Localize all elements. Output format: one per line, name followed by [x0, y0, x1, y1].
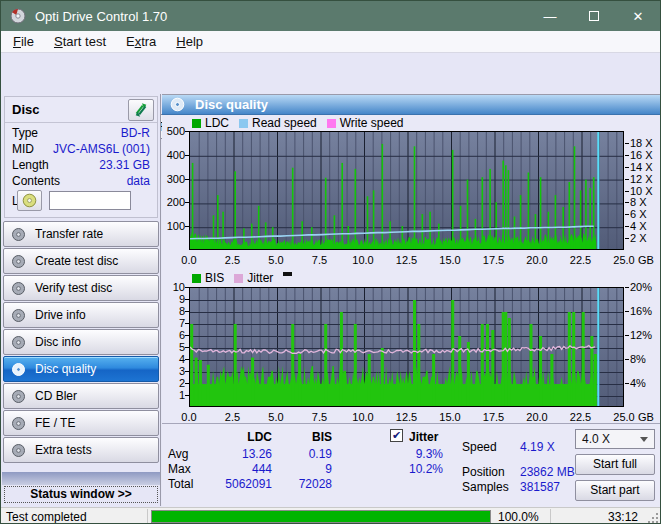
axis-tick: [625, 179, 629, 180]
write-label-button[interactable]: [17, 190, 42, 211]
x-axis-label: 25.0: [606, 254, 642, 266]
axis-tick: [185, 131, 189, 132]
rescan-icon: [133, 102, 149, 118]
status-window-button[interactable]: Status window >>: [4, 486, 158, 503]
stats-info-label-position: Position: [462, 465, 505, 479]
stats-info-value-samples: 381587: [520, 480, 560, 494]
sidebar-item-label: Extra tests: [35, 443, 92, 457]
info-label: MID: [12, 142, 34, 156]
legend-swatch-write-speed: [327, 119, 336, 128]
stat-row-label: Max: [168, 462, 191, 476]
axis-tick: [185, 299, 189, 300]
maximize-button[interactable]: [572, 1, 616, 31]
disc-icon: [11, 335, 26, 350]
cd-icon: [22, 193, 37, 208]
stat-ldc-value: 444: [192, 462, 272, 476]
axis-tick: [185, 371, 189, 372]
y-left-label: 200: [157, 196, 185, 208]
legend-swatch-read-speed: [239, 119, 248, 128]
y-right-label: 12%: [630, 329, 652, 341]
title-bar: Opti Drive Control 1.70 — ✕: [1, 1, 660, 31]
sidebar-item-transfer-rate[interactable]: Transfer rate: [3, 221, 159, 247]
axis-tick: [625, 191, 629, 192]
menu-item-start-test[interactable]: Start test: [44, 32, 116, 51]
panel-title: Disc quality: [195, 97, 268, 112]
disc-info-row-type: TypeBD-R: [5, 125, 157, 141]
y-right-label: 2 X: [630, 232, 647, 244]
start-part-button[interactable]: Start part: [575, 480, 655, 501]
x-axis-label: 12.5: [389, 254, 425, 266]
sidebar-item-label: CD Bler: [35, 389, 77, 403]
stats-info-label-samples: Samples: [462, 480, 509, 494]
legend-label: Write speed: [340, 116, 404, 130]
y-left-label: 9: [157, 293, 185, 305]
sidebar-item-drive-info[interactable]: Drive info: [3, 302, 159, 328]
disc-panel: Disc TypeBD-RMIDJVC-AMS6L (001)Length23.…: [4, 96, 158, 218]
disc-icon: [11, 416, 26, 431]
x-axis-label: 17.5: [476, 411, 512, 423]
x-axis-label: 22.5: [563, 254, 599, 266]
sidebar-item-verify-test-disc[interactable]: Verify test disc: [3, 275, 159, 301]
progress-fill: [152, 511, 490, 522]
start-full-button[interactable]: Start full: [575, 454, 655, 475]
sidebar-item-disc-quality[interactable]: Disc quality: [3, 356, 159, 382]
sidebar-item-create-test-disc[interactable]: Create test disc: [3, 248, 159, 274]
axis-tick: [185, 287, 189, 288]
x-axis-label: 7.5: [302, 254, 338, 266]
app-disc-icon: [10, 8, 26, 24]
jitter-checkbox[interactable]: ✔: [390, 429, 403, 442]
x-axis-label: 2.5: [215, 254, 251, 266]
stat-bis-value: 9: [272, 462, 332, 476]
axis-tick: [185, 359, 189, 360]
ldc-read-speed-legend: LDCRead speedWrite speed: [192, 116, 414, 130]
disc-refresh-button[interactable]: [128, 99, 154, 121]
window-title: Opti Drive Control 1.70: [35, 9, 167, 24]
y-left-label: 500: [157, 125, 185, 137]
y-left-label: 4: [157, 353, 185, 365]
axis-tick: [185, 347, 189, 348]
axis-tick: [625, 202, 629, 203]
disc-quality-icon: [170, 97, 185, 112]
axis-tick: [625, 167, 629, 168]
disc-icon: [11, 281, 26, 296]
sidebar-item-disc-info[interactable]: Disc info: [3, 329, 159, 355]
sidebar-item-extra-tests[interactable]: Extra tests: [3, 437, 159, 463]
menu-item-extra[interactable]: Extra: [116, 32, 166, 51]
axis-tick: [185, 226, 189, 227]
sidebar-item-label: Disc quality: [35, 362, 96, 376]
y-left-label: 10: [157, 281, 185, 293]
axis-tick: [625, 383, 629, 384]
y-right-label: 10 X: [630, 185, 653, 197]
sidebar: Disc TypeBD-RMIDJVC-AMS6L (001)Length23.…: [1, 94, 161, 506]
info-label: Contents: [12, 174, 60, 188]
legend-marker: [283, 272, 292, 276]
disc-panel-header: Disc: [5, 97, 157, 123]
stats-speed-select[interactable]: 4.0 X: [575, 429, 655, 449]
menu-item-help[interactable]: Help: [166, 32, 213, 51]
maximize-icon: [589, 11, 599, 21]
axis-tick: [185, 335, 189, 336]
menu-item-file[interactable]: File: [3, 32, 44, 51]
y-right-label: 8 X: [630, 196, 647, 208]
resize-grip[interactable]: [648, 513, 658, 523]
axis-tick: [625, 155, 629, 156]
sidebar-item-fe-te[interactable]: FE / TE: [3, 410, 159, 436]
sidebar-item-cd-bler[interactable]: CD Bler: [3, 383, 159, 409]
axis-tick: [625, 143, 629, 144]
axis-tick: [185, 323, 189, 324]
y-right-label: 8%: [630, 353, 646, 365]
axis-tick: [625, 214, 629, 215]
x-axis-label: 2.5: [215, 411, 251, 423]
disc-info-row-mid: MIDJVC-AMS6L (001): [5, 141, 157, 157]
y-left-label: 2: [157, 377, 185, 389]
y-left-label: 300: [157, 173, 185, 185]
info-value: 23.31 GB: [99, 158, 150, 172]
disc-icon: [11, 308, 26, 323]
label-input[interactable]: [49, 191, 131, 210]
minimize-button[interactable]: —: [528, 1, 572, 31]
panel-header: Disc quality: [162, 95, 660, 115]
stat-jitter-value: 9.3%: [362, 447, 443, 461]
x-axis-label: 17.5: [476, 254, 512, 266]
legend-label: LDC: [205, 116, 229, 130]
close-button[interactable]: ✕: [616, 1, 660, 31]
